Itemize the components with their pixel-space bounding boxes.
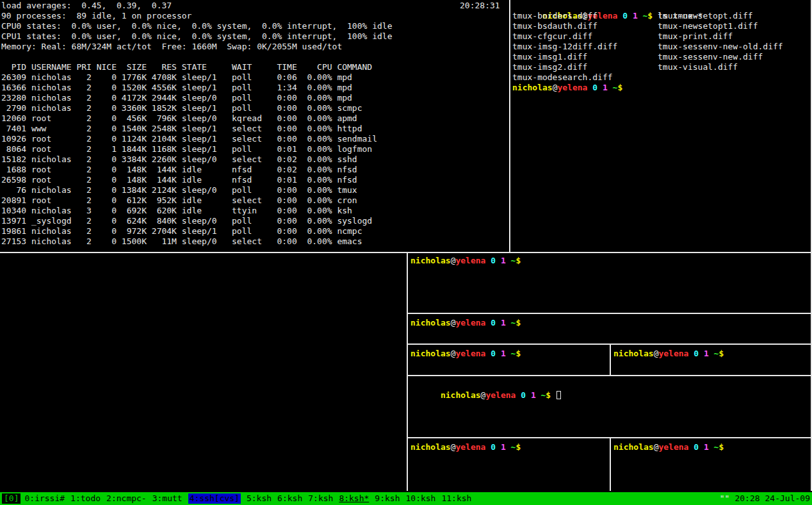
prompt-host: yelena	[658, 349, 688, 358]
prompt-symbol: $	[719, 442, 724, 452]
pane-border-horizontal-main[interactable]	[0, 252, 812, 253]
status-bar: [0] 0:irssi#1:todo2:ncmpc-3:mutt4:ssh[cv…	[0, 492, 812, 505]
window-item[interactable]: 5:ksh	[247, 493, 272, 504]
prompt-num0: 0	[491, 349, 496, 358]
file-listing: tmux-borders.diff tmux-newsetopt.diff tm…	[512, 11, 783, 83]
prompt-host: yelena	[455, 349, 485, 358]
prompt-num1: 1	[603, 83, 608, 92]
prompt-num0: 0	[592, 83, 597, 92]
prompt-symbol: $	[516, 318, 521, 327]
prompt-num1: 1	[501, 349, 506, 358]
prompt-host: yelena	[455, 256, 485, 265]
prompt-user: nicholas	[512, 83, 553, 92]
prompt-host: yelena	[485, 390, 516, 400]
window-item[interactable]: 10:ksh	[405, 493, 435, 504]
prompt-pane-e1[interactable]: nicholas@yelena 0 1 ~$	[410, 442, 521, 452]
pane-border-vertical-top[interactable]	[509, 0, 510, 252]
prompt-user: nicholas	[410, 256, 451, 265]
pane-border-h3[interactable]	[408, 375, 812, 376]
window-item[interactable]: 8:ksh*	[339, 493, 369, 504]
window-item[interactable]: 6:ksh	[277, 493, 302, 504]
prompt-num0: 0	[694, 442, 699, 452]
pane-emacs[interactable]: -client_msg_fn_detach(struct hdr *hdr, s…	[0, 253, 407, 491]
process-table-header: PID USERNAME PRI NICE SIZE RES STATE WAI…	[1, 62, 372, 72]
prompt-host: yelena	[557, 83, 587, 92]
prompt-symbol: $	[516, 349, 521, 358]
prompt-symbol: $	[719, 349, 724, 358]
pane-shell-topright[interactable]: nicholas@yelena 0 1 ~$ls tmux-* tmux-bor…	[510, 0, 811, 252]
status-date: 24-Jul-09	[765, 493, 810, 504]
window-item[interactable]: 1:todo	[70, 493, 101, 504]
prompt-user: nicholas	[441, 390, 481, 400]
prompt-num0: 0	[521, 390, 526, 400]
prompt-host: yelena	[455, 442, 485, 452]
prompt-num1: 1	[704, 442, 709, 452]
prompt-num1: 1	[501, 442, 506, 452]
prompt-user: nicholas	[613, 349, 654, 358]
window-item[interactable]: 0:irssi#	[24, 493, 65, 504]
top-clock: 20:28:31	[460, 1, 500, 11]
terminal-cursor	[556, 391, 561, 399]
status-title: ""	[720, 493, 730, 504]
prompt-symbol: $	[516, 442, 521, 452]
window-item[interactable]: 4:ssh[cvs]	[188, 493, 241, 504]
session-indicator[interactable]: [0]	[2, 493, 20, 504]
terminal-screen: load averages: 0.45, 0.39, 0.37 90 proce…	[0, 0, 812, 505]
window-item[interactable]: 3:mutt	[152, 493, 183, 504]
active-pane-prompt-line[interactable]: nicholas@yelena 0 1 ~$	[410, 380, 561, 411]
prompt-num1: 1	[704, 349, 709, 358]
prompt-pane-e2[interactable]: nicholas@yelena 0 1 ~$	[613, 442, 724, 452]
top-info: load averages: 0.45, 0.39, 0.37 90 proce…	[1, 1, 392, 52]
pane-border-h1[interactable]	[408, 313, 812, 314]
process-table-rows: 26309 nicholas 2 0 1776K 4708K sleep/1 p…	[1, 72, 377, 247]
status-right: "" 20:28 24-Jul-09	[720, 493, 810, 504]
prompt-topright-2: nicholas@yelena 0 1 ~$	[512, 83, 622, 93]
window-item[interactable]: 9:ksh	[375, 493, 400, 504]
prompt-symbol: $	[516, 256, 521, 265]
status-clock: 20:28	[735, 493, 759, 504]
prompt-num1: 1	[531, 390, 536, 400]
prompt-pane-c1[interactable]: nicholas@yelena 0 1 ~$	[410, 349, 521, 359]
prompt-num0: 0	[694, 349, 699, 358]
prompt-host: yelena	[658, 442, 688, 452]
prompt-user: nicholas	[410, 349, 451, 358]
prompt-pane-c2[interactable]: nicholas@yelena 0 1 ~$	[613, 349, 724, 359]
prompt-symbol: $	[617, 83, 622, 92]
prompt-user: nicholas	[613, 442, 654, 452]
prompt-pane-a[interactable]: nicholas@yelena 0 1 ~$	[410, 256, 521, 266]
prompt-user: nicholas	[410, 318, 451, 327]
pane-border-vertical-bottom[interactable]	[407, 253, 408, 491]
prompt-num0: 0	[491, 256, 496, 265]
prompt-pane-b[interactable]: nicholas@yelena 0 1 ~$	[410, 318, 521, 328]
prompt-user: nicholas	[410, 442, 451, 452]
prompt-pane-d: nicholas@yelena 0 1 ~$	[441, 390, 551, 400]
pane-border-v-row1[interactable]	[610, 345, 611, 375]
prompt-symbol: $	[546, 390, 551, 400]
window-list: 0:irssi#1:todo2:ncmpc-3:mutt4:ssh[cvs]5:…	[24, 493, 471, 504]
prompt-num0: 0	[491, 442, 496, 452]
prompt-num0: 0	[491, 318, 496, 327]
prompt-num1: 1	[501, 318, 506, 327]
pane-system-monitor[interactable]: load averages: 0.45, 0.39, 0.37 90 proce…	[0, 0, 509, 252]
pane-border-v-row2[interactable]	[610, 438, 611, 491]
window-item[interactable]: 2:ncmpc-	[106, 493, 147, 504]
window-item[interactable]: 11:ksh	[441, 493, 471, 504]
window-item[interactable]: 7:ksh	[308, 493, 333, 504]
prompt-host: yelena	[455, 318, 485, 327]
prompt-num1: 1	[501, 256, 506, 265]
